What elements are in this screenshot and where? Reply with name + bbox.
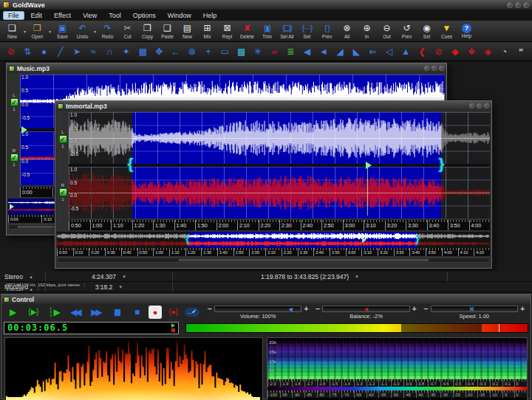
- scrollbar-thumb[interactable]: [179, 259, 429, 261]
- dark-block-icon[interactable]: ▰: [266, 44, 282, 59]
- toolbar-button[interactable]: ▼ Cues: [437, 21, 457, 41]
- fast-forward-button[interactable]: ▶▶: [86, 306, 105, 319]
- waveform-area[interactable]: 1.00.50.0-0.5 1.00.50.0-0.5: [69, 112, 490, 218]
- window-titlebar[interactable]: Immortal.mp3: [55, 101, 491, 111]
- grid-icon[interactable]: ▦: [134, 44, 151, 59]
- toolbar-button[interactable]: ✂ Cut: [117, 21, 137, 41]
- toolbar-button[interactable]: ? Help: [457, 21, 477, 41]
- chat-icon[interactable]: ❝: [513, 44, 529, 59]
- fade-out-icon[interactable]: ◣: [348, 44, 364, 59]
- mute-bubble-icon[interactable]: ⊘: [431, 44, 447, 59]
- toolbar-button[interactable]: ❒ Open: [27, 21, 47, 41]
- window-titlebar[interactable]: Control: [1, 294, 531, 304]
- spark-icon[interactable]: ✳: [250, 44, 266, 59]
- toolbar-button[interactable]: { } Prev: [317, 21, 337, 41]
- equalizer-icon[interactable]: ▩: [233, 44, 250, 59]
- restore-button[interactable]: [515, 2, 521, 8]
- toolbar-button[interactable]: {▮} Trim: [257, 21, 277, 41]
- dropdown-arrow-icon[interactable]: ▾: [47, 29, 52, 34]
- speaker-outline-icon[interactable]: ◁: [381, 44, 398, 59]
- fade-in-icon[interactable]: ◢: [332, 44, 348, 59]
- toolbar-button[interactable]: ❐ Copy: [137, 21, 157, 41]
- channel-toggle[interactable]: L ✓ 1: [59, 130, 67, 148]
- menu-item[interactable]: Edit: [26, 11, 48, 20]
- toolbar-button[interactable]: {❏} Sel All: [277, 21, 297, 41]
- minimize-button[interactable]: [424, 66, 429, 71]
- speed-decrease-button[interactable]: −: [424, 306, 429, 313]
- menu-item[interactable]: Options: [128, 11, 161, 20]
- play-button[interactable]: ▶: [4, 306, 22, 319]
- toolbar-button[interactable]: ↷ Redo: [98, 21, 117, 41]
- interpolate-icon[interactable]: +: [200, 44, 216, 59]
- diamond-icon[interactable]: ✦: [118, 44, 134, 59]
- volume-decrease-button[interactable]: −: [208, 306, 212, 313]
- channel-mode-cell[interactable]: Stereo ▲: [0, 272, 46, 281]
- balance-track[interactable]: [322, 306, 410, 312]
- line-edit-icon[interactable]: ╱: [52, 44, 69, 59]
- toolbar-button[interactable]: ✘ Delete: [237, 21, 257, 41]
- circle-plus-icon[interactable]: ⊕: [184, 44, 200, 59]
- right-channel-waveform[interactable]: 1.00.50.0-0.5: [69, 167, 490, 218]
- toolbar-button[interactable]: ▣ Save: [52, 21, 72, 41]
- speed-increase-button[interactable]: +: [520, 306, 525, 313]
- fire-spectrum-visual[interactable]: [4, 337, 263, 400]
- balance-slider[interactable]: − + Balance: -2%: [312, 305, 420, 320]
- selection-end-marker-icon[interactable]: [438, 156, 444, 173]
- window-titlebar[interactable]: Music.mp3: [7, 63, 446, 73]
- volume-thumb-icon[interactable]: [287, 305, 294, 314]
- toolbar-button[interactable]: ↺ Prev: [397, 21, 417, 41]
- dropdown-arrow-icon[interactable]: ▾: [22, 29, 27, 34]
- length-cell[interactable]: 4:24.307 ▼: [46, 272, 173, 281]
- no-entry-icon[interactable]: ⊘: [3, 44, 19, 59]
- play-selection-button[interactable]: {▶}: [24, 306, 43, 319]
- selection-cell[interactable]: 1:19.878 to 3:43.825 (2:23.947) ▼: [173, 272, 448, 281]
- marker-icon[interactable]: ▲: [398, 44, 414, 59]
- speed-track[interactable]: [431, 306, 519, 312]
- toolbar-button[interactable]: ❏ New: [2, 21, 22, 41]
- red-ornament-icon[interactable]: ❖: [463, 44, 480, 59]
- time-ruler[interactable]: 0:501:001:101:201:301:401:502:002:102:20…: [69, 220, 490, 230]
- close-button[interactable]: [439, 66, 444, 71]
- noise-wave-icon[interactable]: ≈: [85, 44, 101, 59]
- toolbar-button[interactable]: ⊖ Out: [377, 21, 397, 41]
- balance-thumb-icon[interactable]: [363, 305, 369, 314]
- pause-button[interactable]: ▮▮: [107, 306, 126, 319]
- record-selection-button[interactable]: {●}: [164, 306, 183, 319]
- channel-toggle[interactable]: L ✓ 1: [10, 93, 18, 111]
- swap-arrows-icon[interactable]: ⇅: [19, 44, 35, 59]
- cross-arrows-icon[interactable]: ✥: [151, 44, 167, 59]
- volume-track[interactable]: [214, 306, 302, 312]
- selection-end-marker-icon[interactable]: [416, 234, 420, 244]
- toolbar-button[interactable]: ⊠ Repl: [217, 21, 237, 41]
- reverse-arrow-icon[interactable]: ←: [168, 44, 184, 59]
- toolbar-button[interactable]: {⋯} Set: [297, 21, 317, 41]
- volume-slider[interactable]: − + Volume: 100%: [204, 305, 312, 320]
- play-from-button[interactable]: ┆▶: [45, 306, 64, 319]
- red-chevron-icon[interactable]: ❮: [414, 44, 430, 59]
- channel-toggle[interactable]: R ✓ 1: [59, 183, 67, 201]
- window-control[interactable]: Control ▶{▶}┆▶◀◀▶▶▮▮■●{●}‥✔ − + Volume: …: [1, 294, 531, 399]
- app-titlebar[interactable]: GoldWave: [0, 0, 532, 10]
- menu-item[interactable]: Help: [198, 11, 222, 20]
- close-button[interactable]: [484, 103, 489, 108]
- menu-item[interactable]: View: [78, 11, 102, 20]
- window-immortal[interactable]: Immortal.mp3 L ✓ 1: [55, 100, 492, 269]
- selection-start-marker-icon[interactable]: [128, 156, 134, 173]
- speaker-icon[interactable]: ◀: [299, 44, 316, 59]
- toolbar-button[interactable]: ◉ Sel: [417, 21, 437, 41]
- toolbar-button[interactable]: ❑ Paste: [157, 21, 177, 41]
- clock-icon[interactable]: ◔: [497, 44, 513, 59]
- menu-item[interactable]: File: [3, 11, 24, 20]
- red-diamond-icon[interactable]: ◆: [447, 44, 463, 59]
- restore-button[interactable]: [432, 66, 437, 71]
- balance-decrease-button[interactable]: −: [316, 306, 320, 313]
- pointer-icon[interactable]: ➤: [69, 44, 85, 59]
- dropdown-arrow-icon[interactable]: ▾: [92, 29, 98, 34]
- balance-increase-button[interactable]: +: [412, 306, 417, 313]
- toolbar-button[interactable]: ⊗ All: [337, 21, 357, 41]
- menu-item[interactable]: Window: [163, 11, 197, 20]
- close-button[interactable]: [523, 2, 529, 8]
- channel-toggle[interactable]: R ✓ 1: [10, 148, 18, 167]
- position-cell[interactable]: 3:06.520 ▲: [1, 287, 38, 292]
- menu-item[interactable]: Effect: [49, 11, 76, 20]
